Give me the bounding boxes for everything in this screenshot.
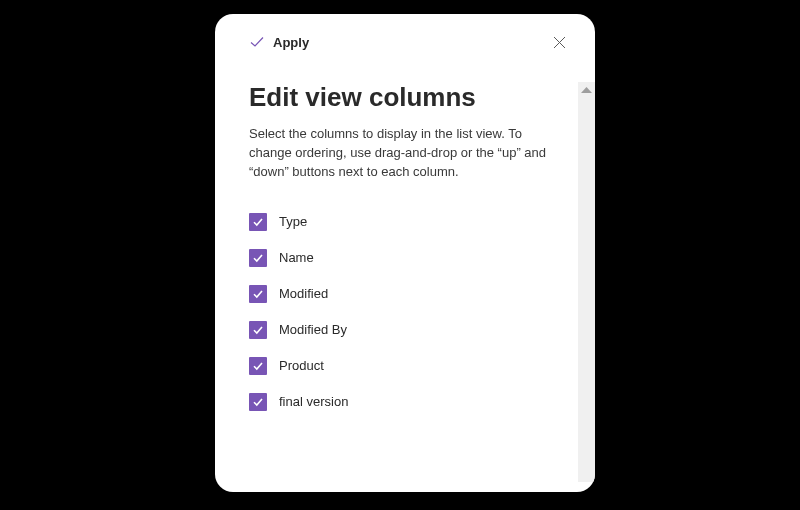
column-item[interactable]: Name (249, 240, 571, 276)
check-icon (249, 34, 265, 50)
column-item[interactable]: Modified (249, 276, 571, 312)
panel-description: Select the columns to display in the lis… (249, 125, 549, 182)
scrollbar[interactable] (578, 82, 595, 482)
column-item[interactable]: Modified By (249, 312, 571, 348)
checkbox[interactable] (249, 249, 267, 267)
close-button[interactable] (545, 28, 573, 56)
checkbox[interactable] (249, 285, 267, 303)
panel-header: Apply (215, 14, 595, 62)
column-label: Name (279, 250, 314, 265)
apply-button[interactable]: Apply (249, 34, 309, 50)
apply-label: Apply (273, 35, 309, 50)
scrollbar-up-button[interactable] (578, 82, 595, 99)
column-label: final version (279, 394, 348, 409)
checkbox[interactable] (249, 393, 267, 411)
column-label: Modified By (279, 322, 347, 337)
panel-body: Edit view columns Select the columns to … (249, 68, 571, 482)
checkbox[interactable] (249, 213, 267, 231)
checkbox[interactable] (249, 357, 267, 375)
edit-view-columns-panel: Apply Edit view columns Select the colum… (215, 14, 595, 492)
column-list: Type Name Modified Modified By (249, 204, 571, 420)
column-item[interactable]: Type (249, 204, 571, 240)
checkbox[interactable] (249, 321, 267, 339)
column-label: Product (279, 358, 324, 373)
chevron-up-icon (581, 87, 592, 94)
column-item[interactable]: final version (249, 384, 571, 420)
close-icon (553, 36, 566, 49)
column-label: Modified (279, 286, 328, 301)
column-item[interactable]: Product (249, 348, 571, 384)
column-label: Type (279, 214, 307, 229)
panel-title: Edit view columns (249, 82, 571, 113)
